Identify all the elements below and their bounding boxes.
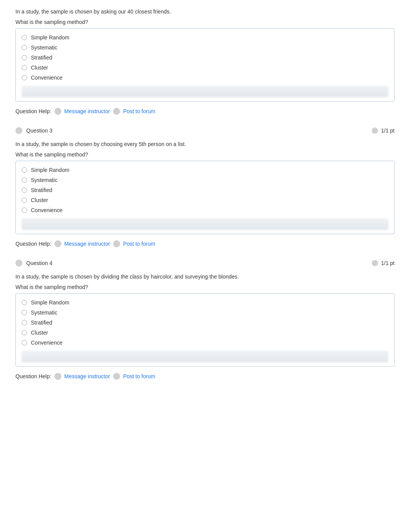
q3-option-systematic[interactable]: Systematic <box>22 175 388 185</box>
post-to-forum-link-q4[interactable]: Post to forum <box>123 373 155 379</box>
q4-option-simple-random[interactable]: Simple Random <box>22 297 388 308</box>
forum-icon-q2 <box>113 108 120 115</box>
message-instructor-link-q2[interactable]: Message instructor <box>64 108 110 114</box>
question-4-block: Question 4 1/1 pt In a study, the sample… <box>15 257 395 382</box>
q4-radio-simple-random[interactable] <box>22 300 27 305</box>
question-4-header-left: Question 4 <box>15 260 53 267</box>
question-4-title: Question 4 <box>26 260 53 266</box>
question-3-dot <box>15 127 22 134</box>
radio-systematic[interactable] <box>22 45 27 50</box>
question-3-points: 1/1 pt <box>372 127 395 134</box>
label-systematic: Systematic <box>31 44 57 51</box>
question-4-dot <box>15 260 22 267</box>
post-to-forum-link-q2[interactable]: Post to forum <box>123 108 155 114</box>
radio-stratified[interactable] <box>22 55 27 60</box>
q3-option-convenience[interactable]: Convenience <box>22 205 388 215</box>
q4-option-systematic[interactable]: Systematic <box>22 308 388 318</box>
q4-label-simple-random: Simple Random <box>31 299 69 306</box>
question-3-title: Question 3 <box>26 127 53 134</box>
question-3-header-left: Question 3 <box>15 127 53 134</box>
question-3-header: Question 3 1/1 pt <box>15 125 395 136</box>
radio-cluster[interactable] <box>22 65 27 70</box>
question-4-answer-box: Simple Random Systematic Stratified Clus… <box>15 293 395 367</box>
option-convenience[interactable]: Convenience <box>22 73 388 83</box>
q3-radio-cluster[interactable] <box>22 197 27 203</box>
question-2-help: Question Help: Message instructor Post t… <box>15 105 395 117</box>
question-4-help: Question Help: Message instructor Post t… <box>15 371 395 382</box>
q3-label-convenience: Convenience <box>31 207 63 213</box>
question-3-block: Question 3 1/1 pt In a study, the sample… <box>15 125 395 250</box>
q3-label-cluster: Cluster <box>31 197 48 203</box>
label-convenience: Convenience <box>31 75 63 81</box>
question-4-points-dot <box>372 260 378 266</box>
q4-radio-convenience[interactable] <box>22 340 27 345</box>
post-to-forum-link-q3[interactable]: Post to forum <box>123 241 155 247</box>
q4-option-cluster[interactable]: Cluster <box>22 328 388 338</box>
question-4-header: Question 4 1/1 pt <box>15 257 395 269</box>
label-simple-random: Simple Random <box>31 34 69 41</box>
label-stratified: Stratified <box>31 54 52 61</box>
question-4-subtext: What is the sampling method? <box>15 284 395 290</box>
q3-label-systematic: Systematic <box>31 177 57 183</box>
q3-radio-simple-random[interactable] <box>22 167 27 173</box>
question-3-help: Question Help: Message instructor Post t… <box>15 238 395 250</box>
help-label-q3: Question Help: <box>15 241 51 247</box>
question-3-subtext: What is the sampling method? <box>15 151 395 158</box>
q4-label-stratified: Stratified <box>31 320 52 326</box>
q4-option-convenience[interactable]: Convenience <box>22 338 388 348</box>
message-icon-q2 <box>54 108 61 115</box>
message-instructor-link-q3[interactable]: Message instructor <box>64 241 110 247</box>
label-cluster: Cluster <box>31 65 48 71</box>
q3-option-simple-random[interactable]: Simple Random <box>22 165 388 175</box>
question-2-scenario: In a study, the sample is chosen by aski… <box>15 8 395 16</box>
q3-label-stratified: Stratified <box>31 187 52 193</box>
q4-radio-systematic[interactable] <box>22 310 27 315</box>
radio-convenience[interactable] <box>22 75 27 80</box>
help-label-q2: Question Help: <box>15 108 51 114</box>
option-stratified[interactable]: Stratified <box>22 53 388 63</box>
q4-label-convenience: Convenience <box>31 340 63 346</box>
q3-answer-blurred-area <box>22 218 388 230</box>
message-icon-q3 <box>54 240 61 247</box>
forum-icon-q3 <box>113 240 120 247</box>
question-4-scenario: In a study, the sample is chosen by divi… <box>15 273 395 281</box>
question-2-subtext: What is the sampling method? <box>15 19 395 25</box>
message-instructor-link-q4[interactable]: Message instructor <box>64 373 110 379</box>
question-3-answer-box: Simple Random Systematic Stratified Clus… <box>15 161 395 234</box>
option-simple-random[interactable]: Simple Random <box>22 32 388 42</box>
q4-option-stratified[interactable]: Stratified <box>22 318 388 328</box>
forum-icon-q4 <box>113 373 120 380</box>
q3-label-simple-random: Simple Random <box>31 167 69 173</box>
message-icon-q4 <box>54 373 61 380</box>
q4-label-cluster: Cluster <box>31 330 48 336</box>
question-3-scenario: In a study, the sample is chosen by choo… <box>15 140 395 148</box>
help-label-q4: Question Help: <box>15 373 51 379</box>
q4-label-systematic: Systematic <box>31 309 57 316</box>
question-4-points: 1/1 pt <box>372 260 395 266</box>
answer-blurred-area <box>22 86 388 97</box>
option-systematic[interactable]: Systematic <box>22 42 388 53</box>
q3-option-stratified[interactable]: Stratified <box>22 185 388 195</box>
option-cluster[interactable]: Cluster <box>22 63 388 73</box>
q3-radio-systematic[interactable] <box>22 177 27 183</box>
question-2-tail: In a study, the sample is chosen by aski… <box>15 8 395 117</box>
q4-radio-stratified[interactable] <box>22 320 27 325</box>
q3-radio-stratified[interactable] <box>22 187 27 193</box>
radio-simple-random[interactable] <box>22 35 27 40</box>
question-4-points-value: 1/1 pt <box>381 260 395 266</box>
question-2-answer-box: Simple Random Systematic Stratified Clus… <box>15 28 395 102</box>
q4-answer-blurred-area <box>22 351 388 362</box>
q3-radio-convenience[interactable] <box>22 207 27 213</box>
question-3-points-dot <box>372 127 378 134</box>
q4-radio-cluster[interactable] <box>22 330 27 335</box>
question-3-points-value: 1/1 pt <box>381 127 395 134</box>
q3-option-cluster[interactable]: Cluster <box>22 195 388 205</box>
